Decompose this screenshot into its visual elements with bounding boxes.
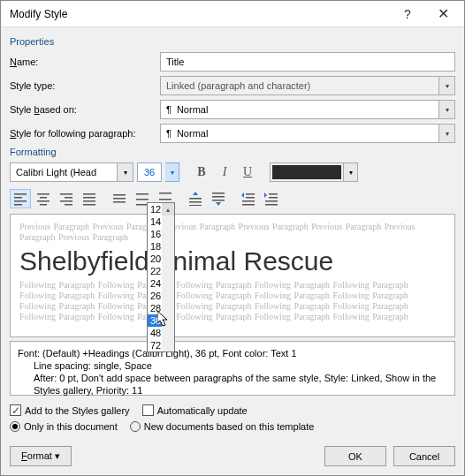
- svg-rect-3: [14, 204, 22, 206]
- svg-rect-23: [159, 199, 172, 200]
- chevron-down-icon[interactable]: ▾: [117, 163, 133, 181]
- svg-marker-43: [157, 311, 167, 326]
- svg-rect-40: [265, 200, 278, 202]
- spacing-1-button[interactable]: [109, 189, 130, 208]
- svg-marker-32: [216, 202, 221, 206]
- add-to-gallery-checkbox[interactable]: Add to the Styles gallery: [10, 404, 130, 416]
- space-before-dec-button[interactable]: [208, 189, 229, 208]
- svg-rect-31: [212, 200, 225, 201]
- svg-rect-12: [83, 193, 95, 195]
- scroll-up-button[interactable]: ▴: [162, 203, 174, 215]
- chevron-down-icon[interactable]: ▾: [438, 101, 454, 118]
- svg-rect-30: [212, 196, 225, 198]
- svg-rect-22: [159, 193, 172, 194]
- scrollbar[interactable]: ▴: [162, 215, 174, 351]
- svg-rect-16: [113, 194, 126, 196]
- svg-rect-39: [269, 197, 278, 199]
- svg-rect-9: [65, 197, 72, 199]
- checkbox-icon: [10, 404, 21, 416]
- style-type-label: Style type:: [10, 80, 160, 91]
- preview-pane: Previous Paragraph Previous Paragraph Pr…: [10, 214, 455, 337]
- italic-button[interactable]: I: [215, 162, 234, 182]
- paragraph-icon: ¶: [166, 128, 172, 139]
- color-swatch: [272, 165, 341, 179]
- mouse-cursor: [157, 311, 172, 329]
- window-title: Modify Style: [10, 8, 390, 20]
- svg-marker-37: [241, 193, 244, 198]
- svg-rect-26: [189, 201, 202, 203]
- close-button[interactable]: ✕: [425, 2, 461, 26]
- svg-rect-15: [83, 204, 95, 206]
- increase-indent-button[interactable]: [261, 189, 282, 208]
- paragraph-icon: ¶: [166, 104, 172, 115]
- svg-marker-28: [193, 192, 198, 195]
- align-justify-button[interactable]: [79, 189, 100, 208]
- checkbox-icon: [142, 404, 154, 416]
- svg-rect-25: [189, 198, 202, 200]
- radio-icon: [130, 421, 141, 432]
- svg-rect-34: [246, 197, 255, 199]
- font-color-picker[interactable]: ▾: [270, 162, 358, 182]
- svg-rect-2: [14, 200, 27, 202]
- align-center-button[interactable]: [33, 189, 54, 208]
- svg-rect-18: [113, 201, 126, 203]
- svg-rect-1: [14, 197, 22, 199]
- preview-ghost-next: Following Paragraph Following Paragraph …: [19, 280, 446, 322]
- font-size-dropdown[interactable]: ▴ 121416182022242628364872: [147, 202, 175, 352]
- svg-rect-10: [60, 200, 72, 202]
- svg-rect-29: [212, 193, 225, 194]
- align-left-button[interactable]: [10, 189, 31, 208]
- svg-rect-41: [265, 204, 278, 206]
- based-on-label: Style based on:: [10, 104, 160, 115]
- svg-rect-6: [37, 200, 50, 202]
- svg-rect-19: [136, 193, 149, 195]
- svg-rect-5: [40, 197, 47, 199]
- based-on-combo[interactable]: ¶Normal▾: [160, 100, 455, 119]
- help-button[interactable]: ?: [390, 2, 425, 26]
- svg-rect-0: [14, 193, 27, 195]
- svg-rect-38: [269, 193, 278, 195]
- properties-heading: Properties: [10, 36, 455, 47]
- only-this-document-radio[interactable]: Only in this document: [10, 421, 118, 432]
- formatting-heading: Formatting: [10, 147, 455, 157]
- underline-button[interactable]: U: [238, 162, 257, 182]
- name-label: Name:: [10, 57, 160, 67]
- preview-sample-text: Shelbyfield Animal Rescue: [19, 246, 446, 276]
- svg-rect-14: [83, 200, 95, 202]
- auto-update-checkbox[interactable]: Automatically update: [142, 404, 248, 416]
- space-before-inc-button[interactable]: [185, 189, 206, 208]
- cancel-button[interactable]: Cancel: [393, 446, 455, 466]
- svg-marker-42: [264, 193, 267, 198]
- font-combo[interactable]: Calibri Light (Head▾: [10, 162, 133, 182]
- titlebar: Modify Style ? ✕: [1, 1, 464, 27]
- format-menu-button[interactable]: ForFormatmat ▾: [10, 446, 72, 466]
- radio-icon: [10, 421, 20, 432]
- svg-rect-11: [65, 204, 72, 206]
- preview-ghost-prev: Previous Paragraph Previous Paragraph Pr…: [19, 222, 446, 243]
- svg-rect-20: [136, 199, 149, 200]
- svg-rect-33: [246, 193, 255, 195]
- style-type-combo: Linked (paragraph and character)▾: [160, 76, 455, 95]
- svg-rect-36: [242, 204, 255, 206]
- following-combo[interactable]: ¶Normal▾: [160, 124, 455, 143]
- font-size-input[interactable]: 36: [137, 162, 162, 182]
- svg-rect-35: [242, 200, 255, 202]
- font-size-dropdown-button[interactable]: ▾: [165, 162, 179, 182]
- name-input[interactable]: [160, 52, 455, 72]
- svg-rect-17: [113, 198, 126, 200]
- decrease-indent-button[interactable]: [238, 189, 259, 208]
- svg-rect-7: [40, 204, 47, 206]
- ok-button[interactable]: OK: [324, 446, 386, 466]
- chevron-down-icon[interactable]: ▾: [438, 125, 454, 142]
- new-documents-radio[interactable]: New documents based on this template: [130, 421, 315, 432]
- chevron-down-icon: ▾: [438, 77, 454, 94]
- bold-button[interactable]: B: [192, 162, 211, 182]
- align-right-button[interactable]: [56, 189, 77, 208]
- modify-style-dialog: Modify Style ? ✕ Properties Name: Style …: [0, 0, 465, 476]
- svg-rect-4: [37, 193, 50, 195]
- style-description: Font: (Default) +Headings (Calibri Light…: [10, 341, 455, 396]
- svg-rect-8: [60, 193, 72, 195]
- chevron-down-icon[interactable]: ▾: [343, 163, 357, 181]
- svg-rect-27: [189, 205, 202, 206]
- svg-rect-13: [83, 197, 95, 199]
